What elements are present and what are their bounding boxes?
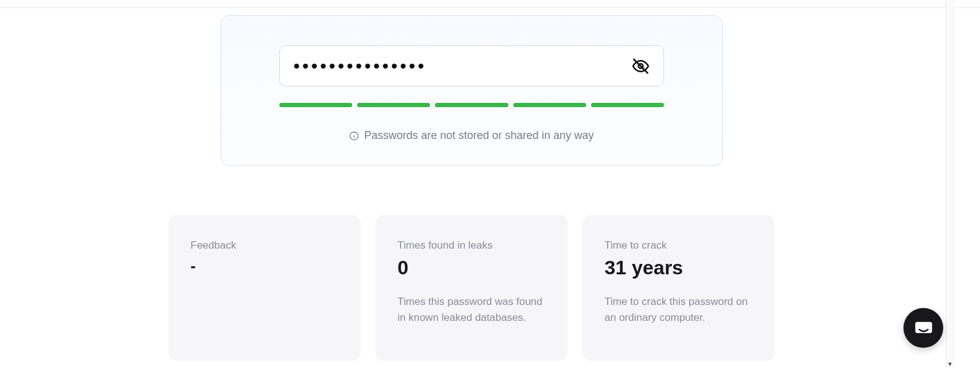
crack-time-card-title: Time to crack bbox=[605, 239, 753, 252]
strength-bar-4 bbox=[513, 103, 586, 107]
password-checker-panel: Passwords are not stored or shared in an… bbox=[221, 15, 723, 166]
strength-bar-1 bbox=[279, 103, 352, 107]
results-cards: Feedback - Times found in leaks 0 Times … bbox=[168, 215, 775, 361]
scrollbar[interactable] bbox=[946, 0, 955, 368]
strength-bar-2 bbox=[357, 103, 430, 107]
eye-off-icon bbox=[631, 57, 650, 75]
leaks-card-value: 0 bbox=[398, 257, 546, 279]
feedback-card-title: Feedback bbox=[190, 239, 339, 252]
password-input-wrap bbox=[279, 45, 664, 86]
hint-row: Passwords are not stored or shared in an… bbox=[349, 129, 594, 142]
leaks-card: Times found in leaks 0 Times this passwo… bbox=[375, 215, 568, 361]
top-divider bbox=[0, 7, 980, 8]
main-container: Passwords are not stored or shared in an… bbox=[0, 0, 943, 361]
chat-icon bbox=[914, 318, 933, 338]
svg-point-4 bbox=[354, 133, 355, 134]
strength-bar-5 bbox=[591, 103, 664, 107]
feedback-card: Feedback - bbox=[168, 215, 361, 361]
info-icon bbox=[349, 131, 359, 141]
toggle-password-visibility-button[interactable] bbox=[631, 57, 650, 75]
strength-bar-3 bbox=[435, 103, 508, 107]
crack-time-card: Time to crack 31 years Time to crack thi… bbox=[582, 215, 775, 361]
chat-button[interactable] bbox=[903, 308, 943, 348]
feedback-card-value: - bbox=[190, 257, 339, 276]
crack-time-card-desc: Time to crack this password on an ordina… bbox=[605, 294, 753, 325]
leaks-card-title: Times found in leaks bbox=[398, 239, 546, 252]
leaks-card-desc: Times this password was found in known l… bbox=[398, 294, 546, 325]
crack-time-card-value: 31 years bbox=[605, 257, 753, 279]
scrollbar-down-arrow[interactable]: ▼ bbox=[947, 361, 953, 367]
hint-text: Passwords are not stored or shared in an… bbox=[364, 129, 594, 142]
password-input[interactable] bbox=[293, 56, 631, 77]
strength-meter bbox=[279, 103, 664, 107]
